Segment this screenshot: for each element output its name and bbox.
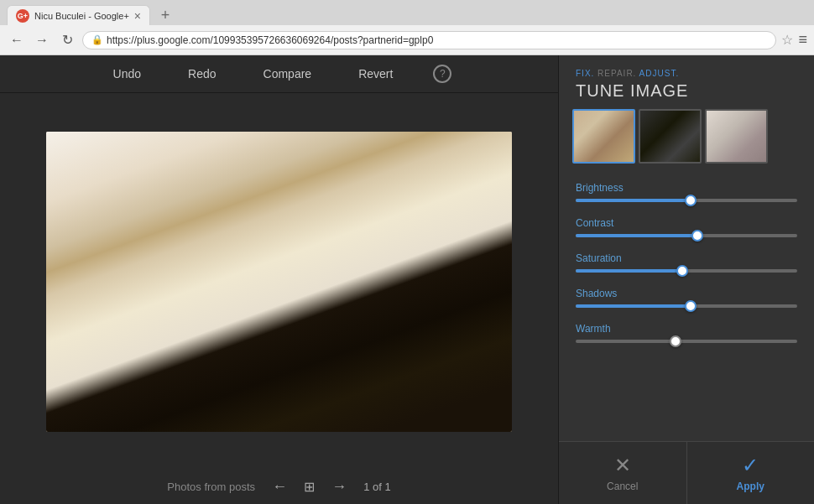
shadows-thumb[interactable]: [685, 300, 697, 312]
saturation-thumb[interactable]: [676, 265, 688, 277]
page-count: 1 of 1: [363, 481, 391, 493]
next-photo-button[interactable]: →: [331, 478, 347, 496]
shadows-slider-row: Shadows: [576, 288, 797, 308]
image-container: [0, 93, 558, 470]
shadows-track[interactable]: [576, 304, 797, 308]
photo-image: [46, 132, 512, 432]
bottom-buttons: ✕ Cancel ✓ Apply: [559, 441, 814, 504]
menu-button[interactable]: ≡: [798, 31, 807, 49]
photo-content: [46, 132, 512, 432]
subtitle-repair: REPAIR.: [594, 69, 636, 78]
saturation-fill: [576, 269, 682, 273]
contrast-label: Contrast: [576, 217, 797, 229]
brightness-thumb[interactable]: [685, 195, 697, 206]
contrast-thumb[interactable]: [691, 230, 703, 242]
contrast-slider-row: Contrast: [576, 217, 797, 237]
lock-icon: 🔒: [91, 34, 103, 45]
editor-toolbar: Undo Redo Compare Revert ?: [0, 55, 558, 93]
filter-thumb-3[interactable]: [705, 109, 768, 164]
address-bar-row: ← → ↻ 🔒 https://plus.google.com/10993539…: [0, 25, 814, 55]
shadows-label: Shadows: [576, 288, 797, 299]
refresh-button[interactable]: ↻: [57, 30, 77, 50]
warmth-track[interactable]: [576, 340, 797, 343]
brightness-fill: [576, 199, 691, 202]
revert-button[interactable]: Revert: [352, 64, 399, 84]
back-button[interactable]: ←: [7, 30, 27, 50]
saturation-track[interactable]: [576, 269, 797, 273]
active-tab[interactable]: G+ Nicu Buculei - Google+ ×: [7, 5, 150, 25]
tab-bar: G+ Nicu Buculei - Google+ × +: [0, 0, 814, 25]
photos-from-label: Photos from posts: [167, 481, 255, 493]
brightness-slider-row: Brightness: [576, 182, 797, 202]
apply-label: Apply: [737, 481, 764, 492]
undo-button[interactable]: Undo: [107, 64, 148, 84]
url-text: https://plus.google.com/1099353957266360…: [107, 34, 433, 46]
new-tab-button[interactable]: +: [154, 5, 177, 25]
tab-favicon: G+: [16, 9, 29, 23]
redo-button[interactable]: Redo: [181, 64, 222, 84]
compare-button[interactable]: Compare: [257, 64, 319, 84]
cancel-button[interactable]: ✕ Cancel: [559, 442, 687, 504]
panel-subtitle: FIX. REPAIR. ADJUST.: [576, 69, 797, 78]
panel-header: FIX. REPAIR. ADJUST. TUNE IMAGE: [559, 55, 814, 109]
tab-close-button[interactable]: ×: [134, 9, 141, 23]
cancel-label: Cancel: [607, 481, 638, 492]
filter-thumb-2[interactable]: [639, 109, 702, 164]
panel-title: TUNE IMAGE: [576, 81, 797, 101]
brightness-track[interactable]: [576, 199, 797, 202]
sliders-section: Brightness Contrast Saturation: [559, 174, 814, 441]
apply-icon: ✓: [742, 454, 759, 477]
shadows-fill: [576, 304, 691, 308]
apply-button[interactable]: ✓ Apply: [687, 442, 815, 504]
tab-title: Nicu Buculei - Google+: [34, 11, 129, 21]
grid-view-button[interactable]: ⊞: [304, 479, 315, 495]
warmth-slider-row: Warmth: [576, 323, 797, 343]
saturation-slider-row: Saturation: [576, 252, 797, 273]
app-area: Undo Redo Compare Revert ? Photos from p…: [0, 55, 814, 504]
help-button[interactable]: ?: [433, 65, 451, 83]
subtitle-fix: FIX.: [576, 69, 594, 78]
warmth-thumb[interactable]: [670, 335, 681, 347]
forward-button[interactable]: →: [32, 30, 52, 50]
cancel-icon: ✕: [614, 454, 631, 477]
browser-chrome: G+ Nicu Buculei - Google+ × + ← → ↻ 🔒 ht…: [0, 0, 814, 55]
tune-image-panel: FIX. REPAIR. ADJUST. TUNE IMAGE Brightne…: [558, 55, 814, 504]
filter-thumbnails: [559, 109, 814, 174]
filter-thumb-1[interactable]: [572, 109, 635, 164]
saturation-label: Saturation: [576, 252, 797, 264]
warmth-label: Warmth: [576, 323, 797, 335]
editor-area: Undo Redo Compare Revert ? Photos from p…: [0, 55, 558, 504]
subtitle-adjust: ADJUST.: [636, 69, 679, 78]
status-bar: Photos from posts ← ⊞ → 1 of 1: [0, 470, 558, 504]
brightness-label: Brightness: [576, 182, 797, 194]
prev-photo-button[interactable]: ←: [272, 478, 287, 496]
address-field[interactable]: 🔒 https://plus.google.com/10993539572663…: [82, 31, 776, 49]
contrast-track[interactable]: [576, 234, 797, 237]
contrast-fill: [576, 234, 697, 237]
bookmark-button[interactable]: ☆: [781, 32, 793, 48]
